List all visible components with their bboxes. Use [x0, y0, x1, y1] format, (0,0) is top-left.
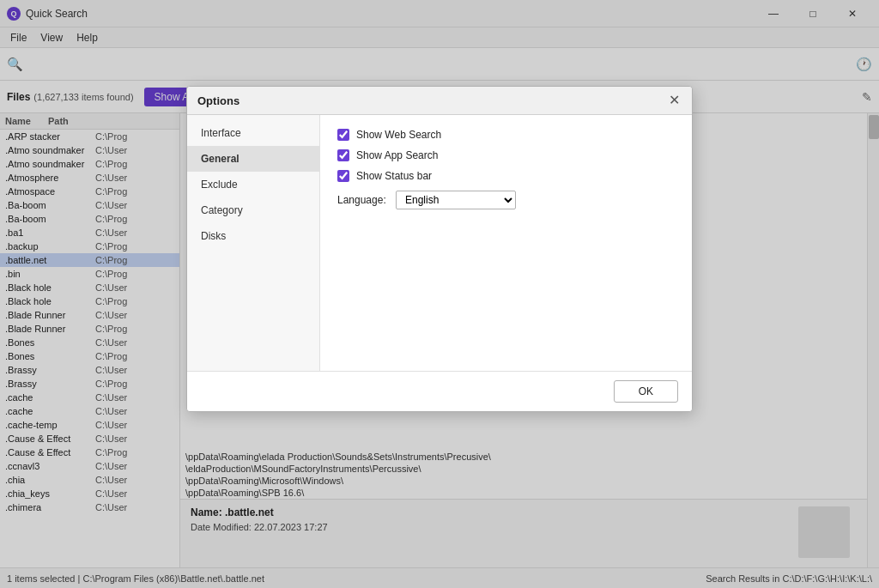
show-status-bar-label: Show Status bar	[356, 170, 432, 182]
nav-category[interactable]: Category	[187, 197, 319, 223]
modal-options-content: Show Web Search Show App Search Show Sta…	[320, 115, 692, 371]
options-dialog: Options ✕ Interface General Exclude Cate…	[186, 86, 693, 412]
show-web-search-checkbox[interactable]	[337, 129, 349, 141]
show-web-search-row: Show Web Search	[337, 129, 675, 141]
nav-interface[interactable]: Interface	[187, 120, 319, 146]
language-label: Language:	[337, 194, 389, 206]
modal-title: Options	[197, 94, 239, 107]
show-app-search-label: Show App Search	[356, 149, 438, 161]
modal-overlay: Options ✕ Interface General Exclude Cate…	[0, 0, 879, 588]
show-app-search-checkbox[interactable]	[337, 149, 349, 161]
language-select[interactable]: English German French Spanish Russian	[396, 191, 516, 209]
modal-title-bar: Options ✕	[187, 87, 692, 115]
nav-general[interactable]: General	[187, 146, 319, 172]
modal-footer: OK	[187, 371, 692, 411]
show-app-search-row: Show App Search	[337, 149, 675, 161]
ok-button[interactable]: OK	[614, 380, 678, 403]
language-row: Language: English German French Spanish …	[337, 191, 675, 209]
modal-close-button[interactable]: ✕	[667, 94, 682, 107]
show-status-bar-row: Show Status bar	[337, 170, 675, 182]
nav-exclude[interactable]: Exclude	[187, 172, 319, 197]
modal-nav: Interface General Exclude Category Disks	[187, 115, 320, 371]
show-web-search-label: Show Web Search	[356, 129, 441, 141]
nav-disks[interactable]: Disks	[187, 223, 319, 249]
show-status-bar-checkbox[interactable]	[337, 170, 349, 182]
modal-body: Interface General Exclude Category Disks…	[187, 115, 692, 371]
